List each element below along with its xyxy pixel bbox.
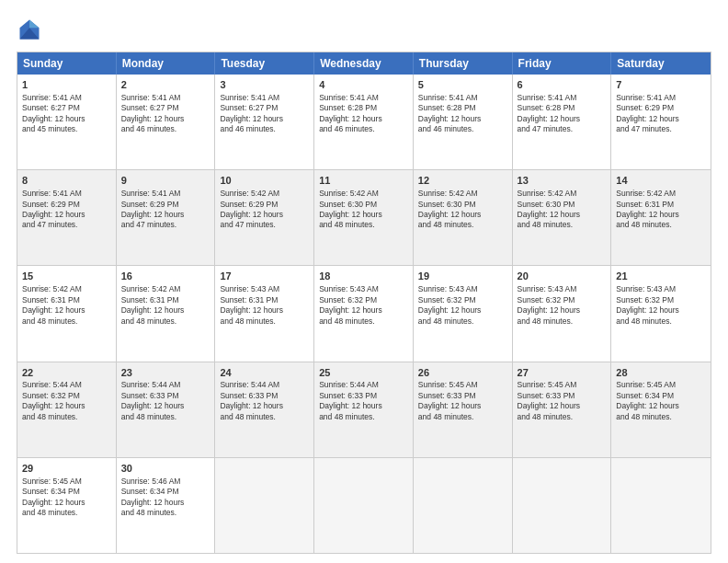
cell-text: Sunrise: 5:42 AM Sunset: 6:30 PM Dayligh… [518, 189, 607, 231]
calendar-cell: 14Sunrise: 5:42 AM Sunset: 6:31 PM Dayli… [611, 170, 711, 265]
cell-text: Sunrise: 5:41 AM Sunset: 6:28 PM Dayligh… [418, 93, 507, 135]
cell-text: Sunrise: 5:43 AM Sunset: 6:32 PM Dayligh… [518, 284, 607, 327]
cell-text: Sunrise: 5:42 AM Sunset: 6:30 PM Dayligh… [418, 189, 507, 231]
cell-text: Sunrise: 5:45 AM Sunset: 6:33 PM Dayligh… [518, 380, 607, 422]
calendar: SundayMondayTuesdayWednesdayThursdayFrid… [17, 52, 711, 554]
calendar-cell: 28Sunrise: 5:45 AM Sunset: 6:34 PM Dayli… [611, 362, 711, 457]
calendar-row: 29Sunrise: 5:45 AM Sunset: 6:34 PM Dayli… [17, 457, 711, 553]
cell-text: Sunrise: 5:41 AM Sunset: 6:28 PM Dayligh… [319, 93, 408, 135]
cell-text: Sunrise: 5:42 AM Sunset: 6:31 PM Dayligh… [616, 189, 706, 231]
calendar-cell: 6Sunrise: 5:41 AM Sunset: 6:28 PM Daylig… [513, 75, 612, 169]
day-number: 10 [220, 174, 309, 188]
calendar-cell: 19Sunrise: 5:43 AM Sunset: 6:32 PM Dayli… [414, 266, 513, 361]
calendar-body: 1Sunrise: 5:41 AM Sunset: 6:27 PM Daylig… [17, 75, 711, 553]
cell-text: Sunrise: 5:44 AM Sunset: 6:32 PM Dayligh… [22, 380, 111, 422]
calendar-cell [611, 458, 711, 553]
day-number: 18 [319, 270, 408, 283]
day-number: 9 [121, 174, 210, 188]
calendar-cell [513, 458, 612, 553]
calendar-cell: 22Sunrise: 5:44 AM Sunset: 6:32 PM Dayli… [17, 362, 117, 457]
day-number: 3 [220, 78, 309, 92]
calendar-cell: 3Sunrise: 5:41 AM Sunset: 6:27 PM Daylig… [215, 75, 314, 169]
cell-text: Sunrise: 5:41 AM Sunset: 6:29 PM Dayligh… [121, 189, 210, 231]
calendar-cell: 5Sunrise: 5:41 AM Sunset: 6:28 PM Daylig… [414, 75, 513, 169]
day-number: 15 [22, 270, 111, 283]
cell-text: Sunrise: 5:43 AM Sunset: 6:31 PM Dayligh… [220, 284, 309, 327]
day-number: 8 [22, 174, 111, 188]
calendar-cell: 7Sunrise: 5:41 AM Sunset: 6:29 PM Daylig… [611, 75, 711, 169]
day-number: 14 [616, 174, 706, 188]
calendar-header-day: Friday [513, 52, 612, 75]
calendar-cell [215, 458, 314, 553]
day-number: 19 [418, 270, 507, 283]
cell-text: Sunrise: 5:42 AM Sunset: 6:31 PM Dayligh… [22, 284, 111, 327]
day-number: 20 [518, 270, 607, 283]
calendar-cell: 9Sunrise: 5:41 AM Sunset: 6:29 PM Daylig… [117, 170, 216, 265]
calendar-cell: 23Sunrise: 5:44 AM Sunset: 6:33 PM Dayli… [117, 362, 216, 457]
day-number: 29 [22, 462, 111, 476]
day-number: 25 [319, 366, 408, 380]
day-number: 22 [22, 366, 111, 380]
calendar-cell: 30Sunrise: 5:46 AM Sunset: 6:34 PM Dayli… [117, 458, 216, 553]
day-number: 4 [319, 78, 408, 92]
cell-text: Sunrise: 5:42 AM Sunset: 6:30 PM Dayligh… [319, 189, 408, 231]
cell-text: Sunrise: 5:43 AM Sunset: 6:32 PM Dayligh… [319, 284, 408, 327]
calendar-cell: 26Sunrise: 5:45 AM Sunset: 6:33 PM Dayli… [414, 362, 513, 457]
calendar-cell: 21Sunrise: 5:43 AM Sunset: 6:32 PM Dayli… [611, 266, 711, 361]
calendar-cell [314, 458, 414, 553]
calendar-header-day: Monday [117, 52, 216, 75]
svg-marker-1 [29, 20, 40, 29]
cell-text: Sunrise: 5:41 AM Sunset: 6:28 PM Dayligh… [518, 93, 607, 135]
cell-text: Sunrise: 5:41 AM Sunset: 6:29 PM Dayligh… [22, 189, 111, 231]
header [17, 17, 711, 42]
cell-text: Sunrise: 5:42 AM Sunset: 6:31 PM Dayligh… [121, 284, 210, 327]
calendar-cell: 1Sunrise: 5:41 AM Sunset: 6:27 PM Daylig… [17, 75, 117, 169]
cell-text: Sunrise: 5:43 AM Sunset: 6:32 PM Dayligh… [616, 284, 706, 327]
calendar-cell: 15Sunrise: 5:42 AM Sunset: 6:31 PM Dayli… [17, 266, 117, 361]
logo-icon [17, 17, 42, 42]
calendar-header: SundayMondayTuesdayWednesdayThursdayFrid… [17, 52, 711, 75]
day-number: 13 [518, 174, 607, 188]
day-number: 11 [319, 174, 408, 188]
calendar-cell: 27Sunrise: 5:45 AM Sunset: 6:33 PM Dayli… [513, 362, 612, 457]
calendar-cell: 24Sunrise: 5:44 AM Sunset: 6:33 PM Dayli… [215, 362, 314, 457]
calendar-header-day: Tuesday [215, 52, 314, 75]
calendar-cell: 10Sunrise: 5:42 AM Sunset: 6:29 PM Dayli… [215, 170, 314, 265]
day-number: 26 [418, 366, 507, 380]
day-number: 6 [518, 78, 607, 92]
day-number: 5 [418, 78, 507, 92]
calendar-cell: 8Sunrise: 5:41 AM Sunset: 6:29 PM Daylig… [17, 170, 117, 265]
calendar-row: 8Sunrise: 5:41 AM Sunset: 6:29 PM Daylig… [17, 169, 711, 265]
cell-text: Sunrise: 5:45 AM Sunset: 6:33 PM Dayligh… [418, 380, 507, 422]
cell-text: Sunrise: 5:46 AM Sunset: 6:34 PM Dayligh… [121, 477, 210, 519]
cell-text: Sunrise: 5:43 AM Sunset: 6:32 PM Dayligh… [418, 284, 507, 327]
cell-text: Sunrise: 5:41 AM Sunset: 6:27 PM Dayligh… [220, 93, 309, 135]
cell-text: Sunrise: 5:41 AM Sunset: 6:29 PM Dayligh… [616, 93, 706, 135]
calendar-cell: 12Sunrise: 5:42 AM Sunset: 6:30 PM Dayli… [414, 170, 513, 265]
calendar-row: 1Sunrise: 5:41 AM Sunset: 6:27 PM Daylig… [17, 75, 711, 169]
calendar-cell: 29Sunrise: 5:45 AM Sunset: 6:34 PM Dayli… [17, 458, 117, 553]
cell-text: Sunrise: 5:42 AM Sunset: 6:29 PM Dayligh… [220, 189, 309, 231]
day-number: 24 [220, 366, 309, 380]
day-number: 16 [121, 270, 210, 283]
calendar-row: 15Sunrise: 5:42 AM Sunset: 6:31 PM Dayli… [17, 265, 711, 361]
calendar-cell: 20Sunrise: 5:43 AM Sunset: 6:32 PM Dayli… [513, 266, 612, 361]
cell-text: Sunrise: 5:44 AM Sunset: 6:33 PM Dayligh… [319, 380, 408, 422]
cell-text: Sunrise: 5:45 AM Sunset: 6:34 PM Dayligh… [616, 380, 706, 422]
calendar-cell: 13Sunrise: 5:42 AM Sunset: 6:30 PM Dayli… [513, 170, 612, 265]
day-number: 12 [418, 174, 507, 188]
calendar-cell [414, 458, 513, 553]
day-number: 27 [518, 366, 607, 380]
logo [17, 17, 46, 42]
day-number: 23 [121, 366, 210, 380]
calendar-cell: 2Sunrise: 5:41 AM Sunset: 6:27 PM Daylig… [117, 75, 216, 169]
cell-text: Sunrise: 5:45 AM Sunset: 6:34 PM Dayligh… [22, 477, 111, 519]
calendar-cell: 11Sunrise: 5:42 AM Sunset: 6:30 PM Dayli… [314, 170, 414, 265]
calendar-cell: 25Sunrise: 5:44 AM Sunset: 6:33 PM Dayli… [314, 362, 414, 457]
cell-text: Sunrise: 5:41 AM Sunset: 6:27 PM Dayligh… [121, 93, 210, 135]
cell-text: Sunrise: 5:41 AM Sunset: 6:27 PM Dayligh… [22, 93, 111, 135]
day-number: 30 [121, 462, 210, 476]
calendar-header-day: Wednesday [314, 52, 414, 75]
calendar-cell: 16Sunrise: 5:42 AM Sunset: 6:31 PM Dayli… [117, 266, 216, 361]
calendar-cell: 17Sunrise: 5:43 AM Sunset: 6:31 PM Dayli… [215, 266, 314, 361]
